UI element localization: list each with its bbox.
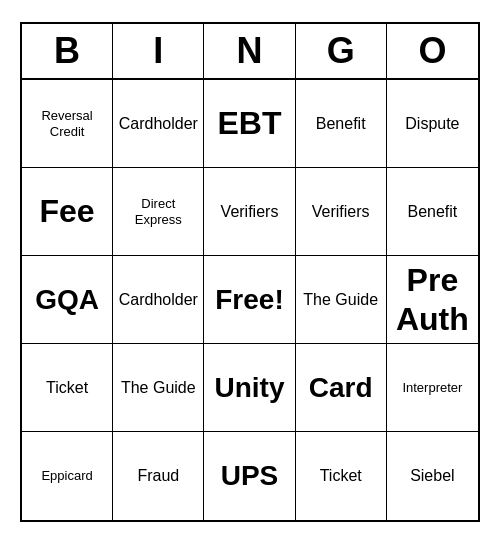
bingo-cell: The Guide — [113, 344, 204, 432]
header-letter: G — [296, 24, 387, 78]
bingo-cell: Cardholder — [113, 256, 204, 344]
cell-text: Unity — [214, 371, 284, 405]
bingo-cell: Verifiers — [204, 168, 295, 256]
cell-text: Dispute — [405, 114, 459, 133]
bingo-cell: Interpreter — [387, 344, 478, 432]
bingo-cell: Free! — [204, 256, 295, 344]
bingo-cell: Card — [296, 344, 387, 432]
cell-text: Benefit — [316, 114, 366, 133]
cell-text: The Guide — [121, 378, 196, 397]
cell-text: Pre Auth — [391, 261, 474, 338]
bingo-cell: Benefit — [387, 168, 478, 256]
cell-text: UPS — [221, 459, 279, 493]
bingo-cell: Fee — [22, 168, 113, 256]
bingo-card: BINGO Reversal CreditCardholderEBTBenefi… — [20, 22, 480, 522]
cell-text: Ticket — [46, 378, 88, 397]
bingo-cell: The Guide — [296, 256, 387, 344]
cell-text: Eppicard — [41, 468, 92, 484]
bingo-grid: Reversal CreditCardholderEBTBenefitDispu… — [22, 80, 478, 520]
cell-text: Free! — [215, 283, 283, 317]
cell-text: Direct Express — [117, 196, 199, 227]
cell-text: Verifiers — [312, 202, 370, 221]
cell-text: Ticket — [320, 466, 362, 485]
bingo-cell: Benefit — [296, 80, 387, 168]
header-letter: O — [387, 24, 478, 78]
cell-text: Reversal Credit — [26, 108, 108, 139]
cell-text: EBT — [217, 104, 281, 142]
bingo-cell: EBT — [204, 80, 295, 168]
cell-text: Interpreter — [402, 380, 462, 396]
cell-text: Card — [309, 371, 373, 405]
cell-text: Verifiers — [221, 202, 279, 221]
cell-text: The Guide — [303, 290, 378, 309]
bingo-cell: UPS — [204, 432, 295, 520]
bingo-cell: Verifiers — [296, 168, 387, 256]
bingo-cell: Unity — [204, 344, 295, 432]
bingo-cell: Pre Auth — [387, 256, 478, 344]
header-letter: B — [22, 24, 113, 78]
cell-text: Cardholder — [119, 290, 198, 309]
bingo-cell: Reversal Credit — [22, 80, 113, 168]
bingo-header: BINGO — [22, 24, 478, 80]
cell-text: Cardholder — [119, 114, 198, 133]
bingo-cell: Ticket — [22, 344, 113, 432]
cell-text: GQA — [35, 283, 99, 317]
header-letter: N — [204, 24, 295, 78]
header-letter: I — [113, 24, 204, 78]
bingo-cell: Dispute — [387, 80, 478, 168]
bingo-cell: Fraud — [113, 432, 204, 520]
cell-text: Siebel — [410, 466, 454, 485]
bingo-cell: Cardholder — [113, 80, 204, 168]
bingo-cell: Eppicard — [22, 432, 113, 520]
bingo-cell: Direct Express — [113, 168, 204, 256]
cell-text: Fee — [40, 192, 95, 230]
cell-text: Benefit — [407, 202, 457, 221]
cell-text: Fraud — [137, 466, 179, 485]
bingo-cell: Ticket — [296, 432, 387, 520]
bingo-cell: Siebel — [387, 432, 478, 520]
bingo-cell: GQA — [22, 256, 113, 344]
